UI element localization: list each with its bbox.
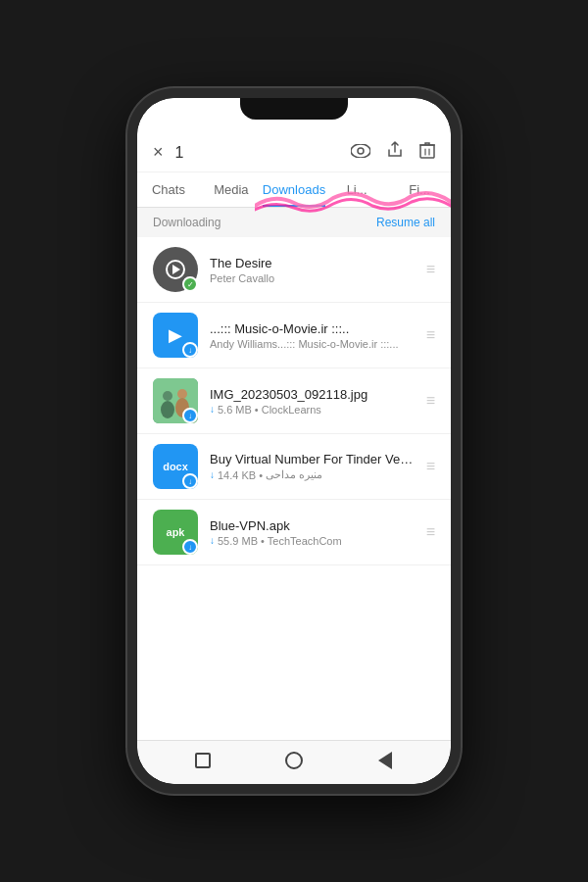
item-menu-icon[interactable]: ≡ [426,392,435,410]
selected-count: 1 [175,144,184,162]
svg-point-0 [351,144,370,158]
play-icon [166,260,185,279]
nav-recents-button[interactable] [191,749,215,772]
item-subtitle: Andy Williams...::: Music-o-Movie.ir :::… [210,338,415,350]
downloading-label: Downloading [153,216,220,229]
list-item[interactable]: ↓ IMG_20230503_092118.jpg ↓ 5.6 MB • Clo… [137,368,451,434]
back-icon [378,752,392,769]
nav-home-button[interactable] [282,749,306,772]
notch [240,98,348,120]
item-menu-icon[interactable]: ≡ [426,458,435,475]
svg-rect-2 [420,145,434,158]
phone-screen: × 1 [137,98,451,784]
svg-point-7 [161,401,174,418]
item-menu-icon[interactable]: ≡ [426,261,435,278]
share-icon[interactable] [386,141,404,164]
item-info: Buy Virtual Number For Tinder Verificati… [210,452,415,481]
trash-icon[interactable] [419,141,435,164]
eye-icon[interactable] [351,142,370,163]
download-list: ✓ The Desire Peter Cavallo ≡ ▶ ↓ [137,237,451,740]
tab-files[interactable]: Fi... [388,172,451,207]
download-arrow-icon: ↓ [210,404,215,415]
download-arrow-icon: ↓ [210,469,215,480]
item-menu-icon[interactable]: ≡ [426,326,435,344]
phone-wrapper: × 1 [0,0,588,882]
download-arrow-icon: ↓ [210,535,215,546]
downloading-badge: ↓ [182,539,198,555]
recents-icon [195,753,211,768]
svg-point-6 [163,391,172,401]
resume-all-button[interactable]: Resume all [376,216,435,229]
item-size: ↓ 55.9 MB • TechTeachCom [210,535,415,547]
play-icon: ▶ [169,324,182,346]
nav-back-button[interactable] [373,749,397,772]
item-menu-icon[interactable]: ≡ [426,523,435,541]
item-title: Buy Virtual Number For Tinder Verificati… [210,452,415,466]
home-icon [285,752,303,769]
svg-point-8 [177,389,187,399]
tab-chats[interactable]: Chats [137,172,200,207]
item-info: The Desire Peter Cavallo [210,256,415,284]
svg-point-1 [358,148,364,154]
close-button[interactable]: × [153,142,164,163]
item-title: IMG_20230503_092118.jpg [210,387,415,402]
tab-media[interactable]: Media [200,172,263,207]
item-subtitle: Peter Cavallo [210,272,415,284]
item-size: ↓ 14.4 KB • منیره مداحی [210,468,415,481]
section-header: Downloading Resume all [137,208,451,237]
complete-badge: ✓ [182,276,198,292]
item-info: ...::: Music-o-Movie.ir :::.. Andy Willi… [210,321,415,350]
downloading-badge: ↓ [182,342,198,358]
notch-area [137,98,451,133]
tab-links[interactable]: Li... [325,172,388,207]
list-item[interactable]: ✓ The Desire Peter Cavallo ≡ [137,237,451,303]
list-item[interactable]: docx ↓ Buy Virtual Number For Tinder Ver… [137,434,451,500]
list-item[interactable]: ▶ ↓ ...::: Music-o-Movie.ir :::.. Andy W… [137,303,451,368]
list-item[interactable]: apk ↓ Blue-VPN.apk ↓ 55.9 MB • TechTeach… [137,500,451,565]
tab-downloads[interactable]: Downloads [263,172,325,207]
top-bar: × 1 [137,133,451,172]
downloading-badge: ↓ [182,408,198,423]
top-bar-right [351,141,435,164]
bottom-nav [137,740,451,784]
item-title: Blue-VPN.apk [210,518,415,533]
phone-frame: × 1 [127,88,461,794]
item-size: ↓ 5.6 MB • ClockLearns [210,404,415,416]
top-bar-left: × 1 [153,142,183,163]
item-info: IMG_20230503_092118.jpg ↓ 5.6 MB • Clock… [210,387,415,416]
downloading-badge: ↓ [182,473,198,489]
item-title: ...::: Music-o-Movie.ir :::.. [210,321,415,336]
item-title: The Desire [210,256,415,270]
tabs-bar: Chats Media Downloads Li... Fi... [137,172,451,208]
item-info: Blue-VPN.apk ↓ 55.9 MB • TechTeachCom [210,518,415,547]
item-thumbnail: ✓ [153,247,198,292]
